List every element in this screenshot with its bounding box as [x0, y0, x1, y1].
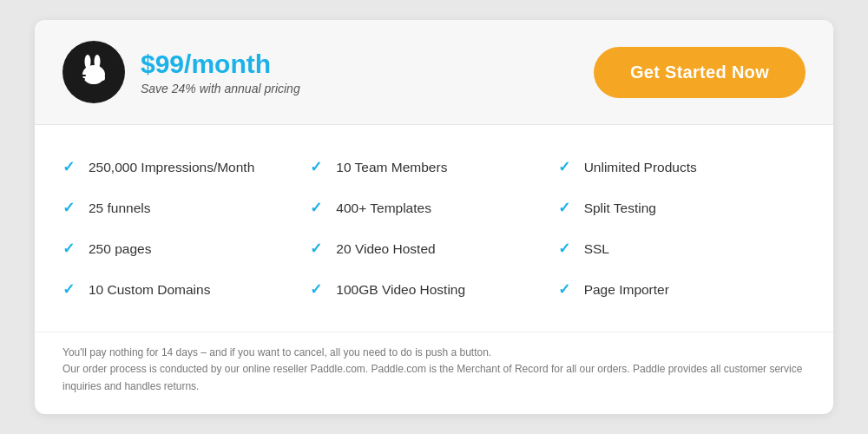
list-item: ✓ 25 funnels [62, 190, 310, 226]
check-icon: ✓ [62, 240, 80, 258]
features-grid: ✓ 250,000 Impressions/Month ✓ 25 funnels… [62, 149, 806, 307]
footer-line2: Our order process is conducted by our on… [62, 361, 806, 394]
header-section: $99/month Save 24% with annual pricing G… [35, 20, 833, 125]
footer-text: You'll pay nothing for 14 days – and if … [35, 332, 833, 414]
header-left: $99/month Save 24% with annual pricing [62, 41, 300, 103]
feature-label: 400+ Templates [336, 201, 431, 216]
check-icon: ✓ [310, 199, 327, 217]
svg-point-2 [95, 55, 101, 69]
feature-label: 20 Video Hosted [336, 241, 435, 257]
feature-label: Page Importer [584, 282, 669, 298]
list-item: ✓ 250,000 Impressions/Month [62, 149, 310, 185]
list-item: ✓ Unlimited Products [558, 149, 806, 185]
feature-label: Split Testing [584, 201, 656, 216]
feature-col-3: ✓ Unlimited Products ✓ Split Testing ✓ S… [558, 149, 806, 307]
check-icon: ✓ [310, 158, 327, 176]
list-item: ✓ 100GB Video Hosting [310, 272, 557, 307]
feature-label: 250 pages [89, 241, 151, 257]
list-item: ✓ SSL [558, 231, 806, 266]
check-icon: ✓ [310, 280, 327, 299]
get-started-button[interactable]: Get Started Now [594, 47, 806, 98]
feature-col-2: ✓ 10 Team Members ✓ 400+ Templates ✓ 20 … [310, 149, 557, 307]
feature-label: 100GB Video Hosting [336, 282, 465, 298]
price-block: $99/month Save 24% with annual pricing [141, 49, 300, 95]
list-item: ✓ 400+ Templates [310, 190, 557, 226]
feature-label: 10 Custom Domains [89, 282, 210, 298]
check-icon: ✓ [310, 240, 327, 258]
feature-label: Unlimited Products [584, 160, 697, 175]
list-item: ✓ Split Testing [558, 190, 806, 226]
check-icon: ✓ [62, 199, 80, 217]
check-icon: ✓ [558, 280, 575, 299]
feature-col-1: ✓ 250,000 Impressions/Month ✓ 25 funnels… [62, 149, 310, 307]
svg-point-1 [85, 55, 91, 69]
list-item: ✓ Page Importer [558, 272, 806, 307]
feature-label: 250,000 Impressions/Month [89, 160, 254, 175]
feature-label: SSL [584, 241, 609, 257]
price-text: $99/month [141, 49, 300, 78]
check-icon: ✓ [558, 199, 575, 217]
check-icon: ✓ [558, 240, 575, 258]
footer-line1: You'll pay nothing for 14 days – and if … [62, 345, 806, 361]
list-item: ✓ 20 Video Hosted [310, 231, 557, 266]
save-text: Save 24% with annual pricing [141, 82, 300, 95]
logo-circle [62, 41, 125, 103]
feature-label: 25 funnels [89, 201, 151, 216]
check-icon: ✓ [62, 280, 80, 299]
check-icon: ✓ [62, 158, 80, 176]
pricing-card: $99/month Save 24% with annual pricing G… [35, 20, 833, 414]
list-item: ✓ 250 pages [62, 231, 310, 266]
list-item: ✓ 10 Team Members [310, 149, 557, 185]
svg-point-3 [84, 69, 103, 84]
feature-label: 10 Team Members [336, 160, 447, 175]
check-icon: ✓ [558, 158, 575, 176]
list-item: ✓ 10 Custom Domains [62, 272, 310, 307]
svg-point-4 [100, 76, 105, 81]
brand-logo-icon [74, 52, 114, 92]
features-section: ✓ 250,000 Impressions/Month ✓ 25 funnels… [35, 125, 833, 325]
